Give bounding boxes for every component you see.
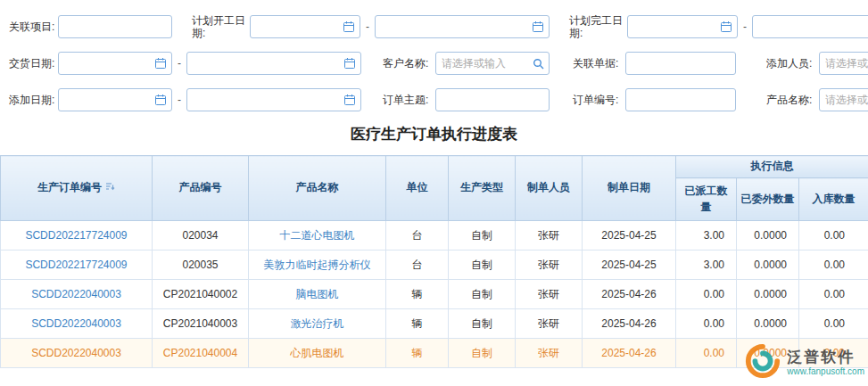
col-header-prod-type: 生产类型 — [449, 156, 516, 221]
add-date-to-field[interactable] — [186, 88, 361, 111]
order-subject-input[interactable] — [436, 89, 549, 111]
product-name-link[interactable]: 心肌电图机 — [291, 347, 344, 359]
related-doc-field[interactable] — [625, 52, 736, 75]
order-no-link[interactable]: SCDD2022040003 — [31, 317, 121, 330]
planned-finish-from-field[interactable] — [627, 15, 738, 38]
add-date-from-field[interactable] — [58, 88, 172, 111]
cell-prod-type: 自制 — [449, 221, 516, 250]
planned-start-label: 计划开工日期: — [192, 14, 247, 39]
planned-start-to-input[interactable] — [376, 16, 532, 37]
delivery-date-from-input[interactable] — [59, 53, 154, 74]
cell-product-name: 脑电图机 — [249, 280, 386, 309]
col-header-dispatched: 已派工数量 — [676, 178, 737, 221]
related-doc-input[interactable] — [626, 53, 735, 74]
add-date-label: 添加日期: — [9, 94, 55, 106]
cell-outsourced: 0.0000 — [737, 309, 799, 339]
date-range-separator: - — [366, 21, 369, 33]
calendar-icon[interactable] — [343, 57, 356, 70]
cell-make-date: 2025-04-26 — [583, 280, 676, 309]
planned-finish-from-input[interactable] — [628, 16, 720, 37]
cell-unit: 辆 — [386, 280, 449, 309]
date-range-separator: - — [178, 94, 181, 106]
order-no-link[interactable]: SCDD202217724009 — [25, 259, 127, 271]
order-no-link[interactable]: SCDD2022040003 — [31, 288, 121, 300]
cell-maker: 张研 — [516, 221, 583, 250]
product-name-link[interactable]: 十二道心电图机 — [280, 229, 355, 242]
calendar-icon[interactable] — [720, 21, 732, 33]
table-row[interactable]: SCDD2022040003 CP2021040004 心肌电图机 辆 自制 张… — [1, 339, 868, 368]
planned-finish-to-field[interactable] — [752, 15, 868, 38]
order-no-link[interactable]: SCDD2022040003 — [31, 347, 121, 359]
cell-dispatched: 0.00 — [676, 309, 737, 339]
calendar-icon[interactable] — [154, 57, 167, 70]
delivery-date-from-field[interactable] — [58, 52, 172, 75]
delivery-date-to-input[interactable] — [187, 53, 343, 74]
order-subject-field[interactable] — [435, 88, 550, 111]
cell-prod-type: 自制 — [449, 309, 516, 339]
order-no-input[interactable] — [626, 89, 735, 111]
product-name-link[interactable]: 美敦力临时起搏分析仪 — [264, 259, 371, 271]
filter-panel: 关联项目: 计划开工日期: - 计划完工日期: - 交货日期: - — [0, 0, 868, 112]
order-no-field[interactable] — [625, 88, 736, 111]
cell-inbound: 0.00 — [799, 250, 868, 280]
order-no-link[interactable]: SCDD202217724009 — [25, 229, 127, 242]
cell-product-name: 美敦力临时起搏分析仪 — [249, 250, 386, 280]
planned-finish-label: 计划完工日期: — [569, 14, 624, 39]
table-row[interactable]: SCDD202217724009 020034 十二道心电图机 台 自制 张研 … — [1, 221, 868, 250]
cell-inbound: 0.00 — [799, 309, 868, 339]
product-name-link[interactable]: 激光治疗机 — [291, 317, 344, 330]
planned-finish-to-input[interactable] — [753, 16, 868, 37]
col-header-product-no: 产品编号 — [153, 156, 249, 221]
customer-name-label: 客户名称: — [383, 57, 433, 70]
search-icon[interactable] — [533, 58, 544, 70]
cell-product-name: 心肌电图机 — [249, 339, 386, 368]
calendar-icon[interactable] — [532, 21, 544, 33]
filter-row-2: 交货日期: - 客户名称: 关联单据: 添加人员: — [0, 51, 868, 76]
calendar-icon[interactable] — [343, 21, 355, 33]
table-row[interactable]: SCDD202217724009 020035 美敦力临时起搏分析仪 台 自制 … — [1, 250, 868, 280]
sort-icon[interactable] — [105, 181, 115, 196]
cell-order-no: SCDD202217724009 — [1, 221, 153, 250]
delivery-date-to-field[interactable] — [186, 52, 361, 75]
calendar-icon[interactable] — [343, 94, 356, 106]
cell-outsourced: 0.0000 — [737, 221, 799, 250]
planned-start-from-input[interactable] — [251, 16, 343, 37]
planned-start-from-field[interactable] — [250, 15, 360, 38]
product-name-link[interactable]: 脑电图机 — [296, 288, 339, 300]
product-name-field[interactable] — [819, 88, 868, 111]
planned-start-to-field[interactable] — [375, 15, 550, 38]
cell-product-no: CP2021040002 — [153, 280, 249, 309]
table-row[interactable]: SCDD2022040003 CP2021040003 激光治疗机 辆 自制 张… — [1, 309, 868, 339]
cell-dispatched: 3.00 — [676, 250, 737, 280]
add-date-to-input[interactable] — [187, 89, 343, 111]
cell-maker: 张研 — [516, 339, 583, 368]
col-header-outsourced: 已委外数量 — [737, 178, 799, 221]
col-header-order-no[interactable]: 生产订单编号 — [1, 156, 153, 221]
order-subject-label: 订单主题: — [383, 94, 433, 106]
cell-make-date: 2025-04-25 — [583, 221, 676, 250]
cell-inbound: 0.00 — [799, 221, 868, 250]
add-person-input[interactable] — [820, 53, 868, 74]
calendar-icon[interactable] — [154, 94, 167, 106]
cell-order-no: SCDD2022040003 — [1, 339, 153, 368]
add-date-from-input[interactable] — [59, 89, 154, 111]
add-person-field[interactable] — [819, 52, 868, 75]
col-header-product-name: 产品名称 — [249, 156, 386, 221]
related-project-input[interactable] — [59, 16, 171, 37]
cell-make-date: 2025-04-26 — [583, 339, 676, 368]
product-name-input[interactable] — [820, 89, 868, 111]
customer-name-input[interactable] — [436, 53, 533, 74]
col-header-inbound: 入库数量 — [799, 178, 868, 221]
cell-unit: 辆 — [386, 309, 449, 339]
cell-inbound: 0.00 — [799, 280, 868, 309]
cell-outsourced: 0.0000 — [737, 250, 799, 280]
customer-name-field[interactable] — [435, 52, 550, 75]
cell-product-no: 020035 — [153, 250, 249, 280]
cell-make-date: 2025-04-26 — [583, 309, 676, 339]
cell-maker: 张研 — [516, 280, 583, 309]
cell-outsourced: 0.0000 — [737, 280, 799, 309]
cell-order-no: SCDD202217724009 — [1, 250, 153, 280]
add-person-label: 添加人员: — [766, 57, 816, 70]
table-row[interactable]: SCDD2022040003 CP2021040002 脑电图机 辆 自制 张研… — [1, 280, 868, 309]
related-project-field[interactable] — [58, 15, 172, 38]
